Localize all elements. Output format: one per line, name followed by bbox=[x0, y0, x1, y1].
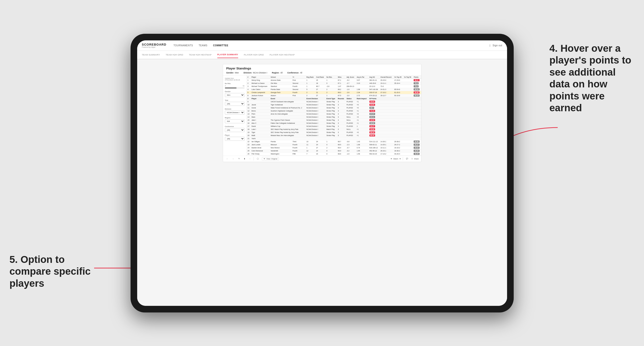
cell-points[interactable]: 38.49 bbox=[413, 152, 421, 156]
cell-wins: 68.7 bbox=[337, 140, 346, 143]
toolbar-dots[interactable]: ··· bbox=[248, 158, 252, 160]
toolbar-copy[interactable]: ▮ bbox=[243, 157, 246, 160]
region-select[interactable]: N/A bbox=[225, 119, 244, 123]
t-division: NCAA Division I bbox=[306, 100, 326, 103]
table-row[interactable]: 26 Petr Hruby Washington Fifth 7 23 0 68… bbox=[247, 152, 421, 156]
cell-points[interactable]: 40.68 bbox=[413, 140, 421, 143]
table-row-highlighted[interactable]: 5 Christo Lamprecht Georgia Tech Fourth … bbox=[247, 91, 421, 94]
tooltip-row[interactable]: 17 David Williams Cup NCAA Division I St… bbox=[247, 125, 421, 128]
nav-item-committee[interactable]: COMMITTEE bbox=[213, 43, 228, 48]
table-row[interactable]: 22 Ian Gilligan Florida Third 10 24 1 68… bbox=[247, 140, 421, 143]
t-status: PLAYED bbox=[346, 112, 356, 116]
tooltip-row[interactable]: 11 Gordc Wake Forest Invitational at Pin… bbox=[247, 106, 421, 109]
cell-no-rds: 0 bbox=[326, 143, 337, 146]
toolbar-share-button[interactable]: ⇧ Share bbox=[411, 158, 418, 160]
cell-points[interactable]: 88.94 bbox=[413, 88, 421, 91]
subnav-team-h2h-heatmap[interactable]: TEAM H2H HEATMAP bbox=[189, 52, 212, 58]
filter-conference-value: All bbox=[300, 72, 302, 74]
t-points[interactable]: 53.60 bbox=[368, 103, 421, 106]
table-row[interactable]: 24 Bastien Amat New Mexico Fourth 1 27 2… bbox=[247, 146, 421, 149]
table-row[interactable]: 6 Jackson Kolson Auburn First 2 27 1 67.… bbox=[247, 94, 421, 97]
main-content: Player Standings Gender: Men Division: N… bbox=[137, 59, 507, 306]
tooltip-row[interactable]: 19 Tiger SEC Stroke Play hosted by Jerry… bbox=[247, 131, 421, 134]
t-points[interactable]: 66.40 bbox=[368, 134, 421, 137]
t-points[interactable]: 30.64 bbox=[368, 100, 421, 103]
tooltip-row[interactable]: 20 Mattl Mirabel Maui Jim Intercollegiat… bbox=[247, 134, 421, 137]
cell-points[interactable]: 40.02 bbox=[413, 146, 421, 149]
t-type: Stroke Play bbox=[326, 122, 337, 125]
col-adj-score: Adj. Score bbox=[346, 76, 356, 79]
table-row[interactable]: 3 Michael Thorbjornsen Stanford Fourth 1… bbox=[247, 85, 421, 88]
sign-out-button[interactable]: Sign out bbox=[493, 43, 502, 48]
toolbar-undo[interactable]: ← bbox=[226, 158, 230, 160]
cell-points[interactable]: 79.2 bbox=[413, 85, 421, 88]
cell-points[interactable]: 76.3 bbox=[413, 82, 421, 85]
subnav-team-summary[interactable]: TEAM SUMMARY bbox=[142, 52, 160, 58]
t-points[interactable]: 67.57 bbox=[368, 112, 421, 116]
subnav-team-h2h-grid[interactable]: TEAM H2H GRID bbox=[166, 52, 183, 58]
t-status: PLAYED bbox=[346, 109, 356, 112]
t-points[interactable]: 46.7 bbox=[368, 106, 421, 109]
table-row[interactable]: 2 Michael La Sasso Ole Miss Second 1 18 … bbox=[247, 82, 421, 85]
toolbar-clock[interactable]: ◯ bbox=[256, 157, 260, 160]
subnav-player-h2h-grid[interactable]: PLAYER H2H GRID bbox=[244, 52, 264, 58]
year-select[interactable]: (All) bbox=[225, 102, 244, 106]
cell-points[interactable]: 68.2+ bbox=[413, 79, 421, 82]
cell-points[interactable]: 39.95 bbox=[413, 149, 421, 152]
t-rounds: 3 bbox=[337, 106, 346, 109]
slider-min: 4 bbox=[225, 85, 226, 87]
cell-points[interactable]: 40.27 bbox=[413, 143, 421, 146]
tooltip-row[interactable]: 13 Pitch Amer An Intercollegiate NCAA Di… bbox=[247, 112, 421, 116]
t-num: 17 bbox=[247, 125, 251, 128]
cell-to-par: 1.43 bbox=[356, 140, 368, 143]
subnav-player-h2h-heatmap[interactable]: PLAYER H2H HEATMAP bbox=[270, 52, 295, 58]
t-num: 13 bbox=[247, 112, 251, 116]
tooltip-row[interactable]: 16 Alex C Fallen Oak Collegiate Invitati… bbox=[247, 122, 421, 125]
toolbar-watch-button[interactable]: 👁 Watch ▼ bbox=[390, 158, 401, 160]
nav-item-tournaments[interactable]: TOURNAMENTS bbox=[173, 43, 193, 48]
conference-select[interactable]: (All) bbox=[225, 128, 244, 132]
panel-table-area: # Player School Yr Reg Rank Conf Rank No… bbox=[247, 76, 421, 156]
cell-num: 4 bbox=[247, 88, 251, 91]
t-rank bbox=[356, 137, 368, 140]
table-row[interactable]: 4 Luke Claton Florida State Second 5 27 … bbox=[247, 88, 421, 91]
cell-avg-sg: 509-62-11 bbox=[368, 143, 380, 146]
tooltip-row[interactable]: 14 Mare NCAA Division I Stroke Play 3 NU… bbox=[247, 116, 421, 119]
t-num: 21 bbox=[247, 137, 251, 140]
t-num: 18 bbox=[247, 128, 251, 131]
t-points[interactable]: 35.98 bbox=[368, 128, 421, 131]
tooltip-row[interactable]: 18 Luke I SEC Match Play hosted by Jerry… bbox=[247, 128, 421, 131]
table-row[interactable]: 25 Cole Sherwood Vanderbilt Fourth 12 24… bbox=[247, 149, 421, 152]
cell-overall: 73-2 bbox=[380, 85, 393, 88]
t-points[interactable]: 24.11 bbox=[368, 116, 421, 119]
tooltip-col-num: # bbox=[247, 97, 251, 100]
player-select[interactable]: (All) bbox=[225, 137, 244, 141]
table-row[interactable]: 1 Wenyi Ding Arizona State First 1 15 1 … bbox=[247, 79, 421, 82]
cell-points[interactable]: 80.89 bbox=[413, 91, 421, 94]
cell-adj-score: 208-09-13 bbox=[346, 85, 356, 88]
toolbar-comment[interactable]: 💬 bbox=[405, 157, 410, 160]
cell-reg-rank: 1 bbox=[306, 85, 315, 88]
t-points[interactable]: 16.50 bbox=[368, 122, 421, 125]
t-points[interactable]: 73.33 bbox=[368, 109, 421, 112]
toolbar-refresh[interactable]: ↻ bbox=[237, 157, 241, 160]
tooltip-row[interactable]: 10 Jacob Tiger Invitational NCAA Divisio… bbox=[247, 103, 421, 106]
nav-item-teams[interactable]: TEAMS bbox=[199, 43, 208, 48]
table-row[interactable]: 23 Jack Lundin Missouri Fourth 11 24 0 6… bbox=[247, 143, 421, 146]
toolbar-view-button[interactable]: 👁 View: Original bbox=[262, 157, 279, 161]
tooltip-row[interactable]: 9 UNCW Seahawk Intercollegiate NCAA Divi… bbox=[247, 100, 421, 103]
t-player: Pitch bbox=[250, 112, 270, 116]
t-points[interactable]: 16.50 bbox=[368, 119, 421, 122]
t-points[interactable]: 30.47 bbox=[368, 125, 421, 128]
tooltip-row[interactable]: 12 Brenc Southern Highlands Collegiate N… bbox=[247, 109, 421, 112]
division-select[interactable]: NCAA Division I bbox=[225, 111, 244, 115]
slider-track[interactable] bbox=[225, 88, 244, 88]
tooltip-row[interactable]: 21 Yachi bbox=[247, 137, 421, 140]
gender-select[interactable]: Men bbox=[225, 93, 244, 97]
cell-num: 3 bbox=[247, 85, 251, 88]
toolbar-redo[interactable]: → bbox=[231, 158, 235, 160]
t-points[interactable]: 56.18 bbox=[368, 131, 421, 134]
cell-points[interactable]: 68.18 bbox=[413, 94, 421, 97]
subnav-player-summary[interactable]: PLAYER SUMMARY bbox=[217, 51, 238, 58]
tooltip-row[interactable]: 15 Jake I The Cypress Point Classic NCAA… bbox=[247, 119, 421, 122]
